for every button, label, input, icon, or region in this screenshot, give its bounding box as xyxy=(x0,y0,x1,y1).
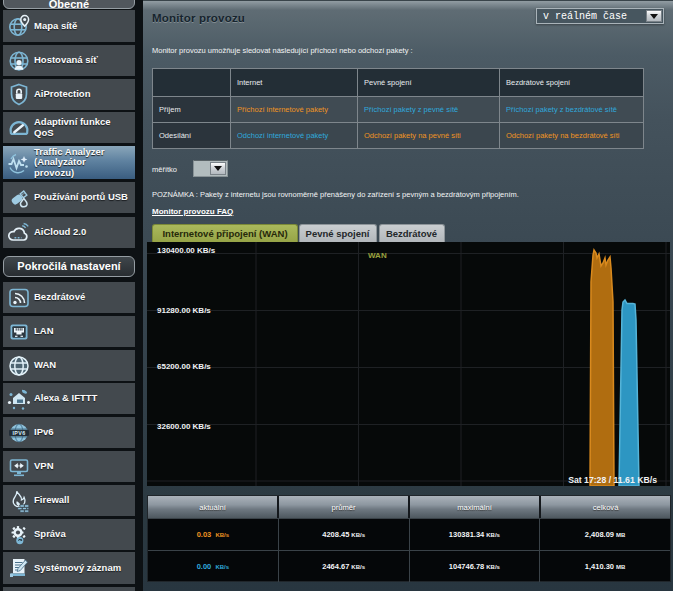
svg-text:IPV6: IPV6 xyxy=(12,429,25,435)
